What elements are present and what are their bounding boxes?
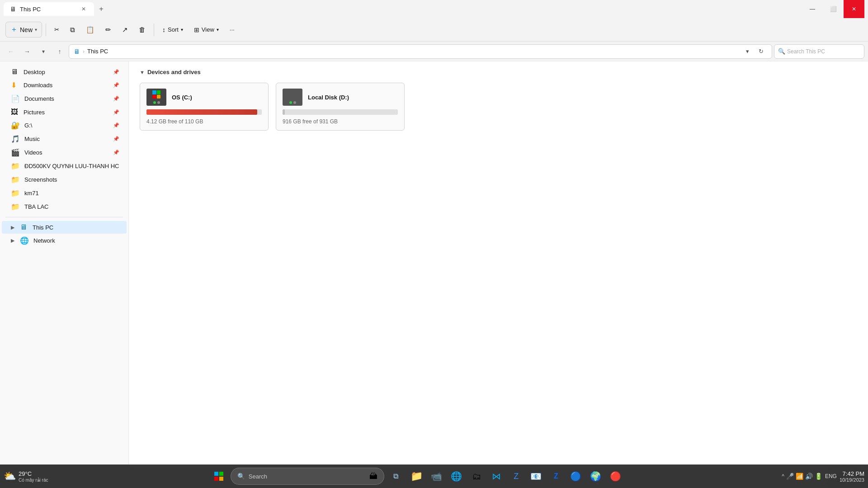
addr-dropdown-button[interactable]: ▾ — [741, 45, 754, 58]
sidebar-item-downloads[interactable]: ⬇ Downloads 📌 — [2, 79, 127, 92]
tba-lac-icon: 📁 — [11, 202, 20, 211]
rename-button[interactable]: ✏ — [101, 23, 116, 37]
zoom-button[interactable]: Z — [507, 466, 525, 486]
delete-button[interactable]: 🗑 — [134, 23, 150, 36]
up-button[interactable]: ↑ — [52, 44, 67, 59]
taskbar-weather: ⛅ 29°C Có mây rải rác — [4, 470, 48, 483]
start-button[interactable] — [209, 466, 229, 486]
recent-locations-button[interactable]: ▾ — [36, 44, 51, 59]
battery-icon[interactable]: 🔋 — [815, 473, 822, 480]
sort-button[interactable]: ↕ Sort ▾ — [158, 23, 188, 36]
drive-dot-green-c — [153, 101, 156, 104]
app9-icon: 🔵 — [570, 471, 581, 482]
addr-refresh-button[interactable]: ↻ — [755, 45, 767, 58]
zalo-button[interactable]: Z — [547, 466, 565, 486]
sidebar-item-network[interactable]: ▶ 🌐 Network — [2, 234, 127, 247]
volume-icon[interactable]: 🔊 — [805, 473, 813, 480]
maximize-button[interactable]: ⬜ — [823, 0, 844, 18]
copy-button[interactable]: ⧉ — [66, 23, 80, 37]
more-button[interactable]: ··· — [225, 23, 239, 36]
file-manager-button[interactable]: 🗂 — [467, 466, 486, 486]
taskbar-search-bar[interactable]: 🔍 Search 🏔 — [231, 468, 384, 485]
edge-icon: ⋈ — [492, 471, 501, 482]
sidebar-item-music[interactable]: 🎵 Music 📌 — [2, 132, 127, 145]
chrome2-button[interactable]: 🌍 — [587, 466, 605, 486]
cut-button[interactable]: ✂ — [50, 23, 64, 36]
outlook-button[interactable]: 📧 — [527, 466, 545, 486]
drive-bar-wrap-c — [146, 109, 262, 115]
screenshots-icon: 📁 — [11, 175, 20, 184]
app11-button[interactable]: 🔴 — [607, 466, 625, 486]
tab-title: This PC — [20, 6, 41, 13]
paste-button[interactable]: 📋 — [81, 23, 99, 37]
wifi-icon[interactable]: 📶 — [796, 473, 803, 480]
weather-icon: ⛅ — [4, 470, 16, 482]
documents-icon: 📄 — [11, 94, 20, 103]
search-placeholder: Search This PC — [787, 48, 825, 55]
task-view-icon: ⧉ — [393, 472, 398, 480]
sidebar-item-dd500kv[interactable]: 📁 ĐD500KV QUYNH LUU-THANH HC — [2, 160, 127, 173]
clock-date: 10/19/2023 — [840, 477, 864, 483]
network-icon: 🌐 — [20, 236, 29, 245]
edge-button[interactable]: ⋈ — [487, 466, 505, 486]
sidebar-item-videos[interactable]: 🎬 Videos 📌 — [2, 146, 127, 159]
task-view-button[interactable]: ⧉ — [386, 466, 406, 486]
tray-chevron[interactable]: ^ — [782, 473, 784, 479]
clock-time: 7:42 PM — [843, 470, 864, 477]
drive-free-d: 916 GB free of 931 GB — [283, 118, 398, 125]
forward-button[interactable]: → — [20, 44, 34, 59]
sidebar-item-km71[interactable]: 📁 km71 — [2, 187, 127, 200]
share-button[interactable]: ↗ — [118, 23, 132, 37]
videos-icon: 🎬 — [11, 148, 20, 157]
drives-grid: OS (C:) 4.12 GB free of 110 GB — [140, 83, 857, 131]
sidebar-label-this-pc: This PC — [33, 224, 119, 231]
sidebar-label-screenshots: Screenshots — [24, 176, 119, 183]
desktop-icon: 🖥 — [11, 68, 19, 76]
addressbar[interactable]: 🖥 › This PC ▾ ↻ — [69, 44, 772, 59]
pin-icon-music: 📌 — [113, 136, 119, 142]
copy-icon: ⧉ — [70, 26, 75, 34]
section-toggle[interactable]: ▼ — [140, 70, 145, 75]
file-manager-icon: 🗂 — [472, 471, 481, 482]
sidebar-item-desktop[interactable]: 🖥 Desktop 📌 — [2, 66, 127, 78]
new-button[interactable]: ＋ New ▾ — [5, 22, 42, 38]
tab-this-pc[interactable]: 🖥 This PC ✕ — [4, 2, 94, 16]
toolbar: ＋ New ▾ ✂ ⧉ 📋 ✏ ↗ 🗑 ↕ Sort ▾ ⊞ View ▾ ··… — [0, 18, 868, 42]
search-box[interactable]: 🔍 Search This PC — [774, 44, 864, 59]
sort-chevron-icon: ▾ — [181, 27, 183, 32]
sidebar-item-gdrive[interactable]: 🔐 G:\ 📌 — [2, 119, 127, 132]
sidebar-item-pictures[interactable]: 🖼 Pictures 📌 — [2, 106, 127, 118]
window-controls: — ⬜ ✕ — [802, 0, 864, 18]
sidebar-item-screenshots[interactable]: 📁 Screenshots — [2, 173, 127, 186]
sidebar-label-pictures: Pictures — [24, 109, 108, 116]
lang-indicator[interactable]: ENG — [825, 473, 837, 479]
drive-header-d: Local Disk (D:) — [283, 89, 398, 106]
file-explorer-button[interactable]: 📁 — [408, 466, 426, 486]
new-tab-button[interactable]: + — [94, 2, 108, 16]
sidebar-item-this-pc[interactable]: ▶ 🖥 This PC — [2, 221, 127, 234]
this-pc-expand-arrow: ▶ — [11, 225, 14, 230]
main-layout: 🖥 Desktop 📌 ⬇ Downloads 📌 📄 Documents 📌 … — [0, 61, 868, 470]
sidebar-label-tba-lac: TBA LAC — [24, 203, 119, 210]
sidebar-item-documents[interactable]: 📄 Documents 📌 — [2, 92, 127, 105]
sidebar-item-tba-lac[interactable]: 📁 TBA LAC — [2, 200, 127, 213]
svg-rect-1 — [219, 472, 223, 476]
drive-card-d[interactable]: Local Disk (D:) 916 GB free of 931 GB — [276, 83, 405, 131]
taskbar-center: 🔍 Search 🏔 ⧉ 📁 📹 🌐 🗂 ⋈ Z — [52, 466, 782, 486]
back-button[interactable]: ← — [4, 44, 18, 59]
video-call-button[interactable]: 📹 — [428, 466, 446, 486]
app9-button[interactable]: 🔵 — [567, 466, 585, 486]
close-button[interactable]: ✕ — [844, 0, 864, 18]
chrome-button[interactable]: 🌐 — [448, 466, 466, 486]
tab-close-button[interactable]: ✕ — [80, 5, 88, 13]
drive-free-c: 4.12 GB free of 110 GB — [146, 118, 262, 125]
drive-card-c[interactable]: OS (C:) 4.12 GB free of 110 GB — [140, 83, 269, 131]
view-button[interactable]: ⊞ View ▾ — [189, 23, 223, 36]
svg-rect-2 — [214, 477, 218, 481]
km71-icon: 📁 — [11, 189, 20, 197]
more-icon: ··· — [230, 26, 235, 33]
system-clock[interactable]: 7:42 PM 10/19/2023 — [840, 470, 864, 483]
minimize-button[interactable]: — — [802, 0, 823, 18]
mic-icon[interactable]: 🎤 — [786, 473, 794, 480]
section-header: ▼ Devices and drives — [140, 69, 857, 75]
